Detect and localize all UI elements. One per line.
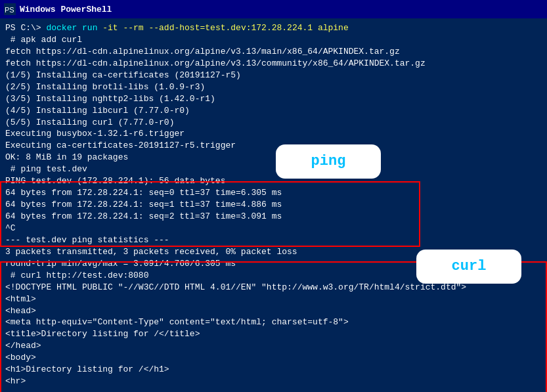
terminal-line: # apk add curl <box>5 34 542 46</box>
terminal-line: (1/5) Installing ca-certificates (201911… <box>5 70 542 81</box>
terminal-line: Executing busybox-1.32.1-r6.trigger <box>5 128 542 140</box>
terminal-line: OK: 8 MiB in 19 packages <box>5 152 542 163</box>
terminal-line: Executing ca-certificates-20191127-r5.tr… <box>5 140 542 152</box>
ping-highlight-box <box>0 181 420 247</box>
title-bar: PS Windows PowerShell <box>0 0 547 18</box>
terminal-line: (2/5) Installing brotli-libs (1.0.9-r3) <box>5 81 542 93</box>
terminal-line: # ping test.dev <box>5 163 542 175</box>
terminal-line: (4/5) Installing libcurl (7.77.0-r0) <box>5 105 542 117</box>
ping-callout-label: ping <box>311 152 346 171</box>
terminal-line: (3/5) Installing nghttp2-libs (1.42.0-r1… <box>5 93 542 105</box>
terminal-line: PS C:\> docker run -it --rm --add-host=t… <box>5 22 542 34</box>
curl-callout-label: curl <box>452 257 487 276</box>
powershell-icon: PS <box>4 3 16 15</box>
terminal[interactable]: PS C:\> docker run -it --rm --add-host=t… <box>0 18 547 392</box>
terminal-line: fetch https://dl-cdn.alpinelinux.org/alp… <box>5 46 542 58</box>
window: PS Windows PowerShell PS C:\> docker run… <box>0 0 547 392</box>
svg-text:PS: PS <box>5 6 14 14</box>
terminal-line: fetch https://dl-cdn.alpinelinux.org/alp… <box>5 58 542 70</box>
title-bar-title: Windows PowerShell <box>20 5 112 14</box>
terminal-line: (5/5) Installing curl (7.77.0-r0) <box>5 117 542 129</box>
curl-callout: curl <box>416 250 521 284</box>
ping-callout: ping <box>276 144 381 179</box>
